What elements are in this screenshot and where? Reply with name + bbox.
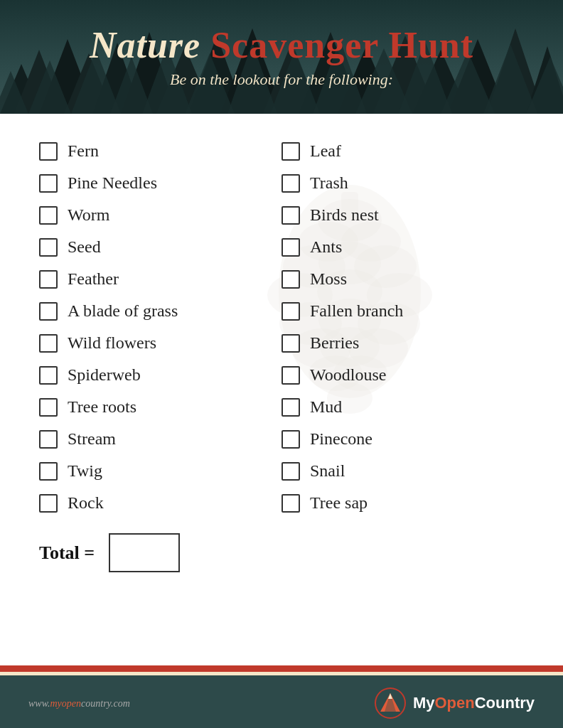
- item-label: Fern: [68, 141, 99, 161]
- brand-country: Country: [475, 694, 535, 712]
- right-column: Leaf Trash Birds nest Ants Moss Fallen b…: [282, 135, 524, 519]
- total-label: Total =: [39, 542, 95, 564]
- item-label: Wild flowers: [68, 333, 156, 353]
- brand-logo: MyOpenCountry: [375, 687, 535, 719]
- list-item: Rock: [39, 487, 282, 519]
- list-item: Spiderweb: [39, 359, 282, 391]
- header-subtitle: Be on the lookout for the following:: [90, 70, 473, 89]
- checkbox-tree-roots[interactable]: [39, 398, 58, 417]
- checkbox-fern[interactable]: [39, 142, 58, 161]
- item-label: Feather: [68, 269, 119, 289]
- footer-bar: www.myopencountry.com MyOpenCountry: [0, 678, 563, 728]
- checkbox-wild-flowers[interactable]: [39, 334, 58, 353]
- main-content: Fern Pine Needles Worm Seed Feather A bl…: [0, 114, 563, 665]
- item-label: Spiderweb: [68, 365, 141, 385]
- checkbox-pinecone[interactable]: [282, 430, 300, 449]
- list-item: Pine Needles: [39, 167, 282, 199]
- checkbox-seed[interactable]: [39, 238, 58, 257]
- list-item: Tree sap: [282, 487, 524, 519]
- checkbox-feather[interactable]: [39, 270, 58, 289]
- checkbox-birds-nest[interactable]: [282, 206, 300, 225]
- brand-icon: [375, 687, 406, 719]
- checklist-grid: Fern Pine Needles Worm Seed Feather A bl…: [39, 135, 524, 519]
- list-item: Tree roots: [39, 391, 282, 423]
- left-column: Fern Pine Needles Worm Seed Feather A bl…: [39, 135, 282, 519]
- checkbox-trash[interactable]: [282, 174, 300, 193]
- checkbox-berries[interactable]: [282, 334, 300, 353]
- list-item: Fern: [39, 135, 282, 167]
- item-label: Tree sap: [310, 493, 368, 513]
- checkbox-tree-sap[interactable]: [282, 494, 300, 513]
- list-item: Worm: [39, 199, 282, 231]
- list-item: Feather: [39, 263, 282, 295]
- checkbox-ants[interactable]: [282, 238, 300, 257]
- brand-text: MyOpenCountry: [413, 694, 535, 712]
- total-input-box[interactable]: [109, 533, 180, 572]
- title-nature: Nature: [90, 25, 200, 65]
- list-item: Wild flowers: [39, 327, 282, 359]
- list-item: Seed: [39, 231, 282, 263]
- item-label: Berries: [310, 333, 359, 353]
- item-label: Stream: [68, 429, 116, 449]
- item-label: Worm: [68, 205, 109, 225]
- checkbox-snail[interactable]: [282, 462, 300, 481]
- item-label: Ants: [310, 237, 342, 257]
- url-suffix: country.com: [81, 698, 130, 709]
- item-label: Trash: [310, 173, 348, 193]
- footer-url: www.myopencountry.com: [28, 697, 130, 710]
- list-item: Birds nest: [282, 199, 524, 231]
- title-hunt: Hunt: [388, 25, 473, 65]
- item-label: Woodlouse: [310, 365, 386, 385]
- page-title: Nature Scavenger Hunt: [90, 25, 473, 65]
- stripe-orange: [0, 665, 563, 672]
- checkbox-rock[interactable]: [39, 494, 58, 513]
- checkbox-worm[interactable]: [39, 206, 58, 225]
- checkbox-twig[interactable]: [39, 462, 58, 481]
- header: Nature Scavenger Hunt Be on the lookout …: [0, 0, 563, 114]
- checkbox-blade-of-grass[interactable]: [39, 302, 58, 321]
- stripe-teal: [0, 675, 563, 678]
- brand-my: My: [413, 694, 435, 712]
- checkbox-leaf[interactable]: [282, 142, 300, 161]
- url-prefix: www.: [28, 698, 50, 709]
- checkbox-spiderweb[interactable]: [39, 366, 58, 385]
- list-item: Leaf: [282, 135, 524, 167]
- total-section: Total =: [39, 533, 524, 572]
- list-item: Twig: [39, 455, 282, 487]
- list-item: Berries: [282, 327, 524, 359]
- list-item: Woodlouse: [282, 359, 524, 391]
- checkbox-fallen-branch[interactable]: [282, 302, 300, 321]
- item-label: Rock: [68, 493, 104, 513]
- list-item: Trash: [282, 167, 524, 199]
- item-label: Pinecone: [310, 429, 372, 449]
- checkbox-moss[interactable]: [282, 270, 300, 289]
- list-item: Moss: [282, 263, 524, 295]
- item-label: A blade of grass: [68, 301, 178, 321]
- checkbox-woodlouse[interactable]: [282, 366, 300, 385]
- list-item: A blade of grass: [39, 295, 282, 327]
- item-label: Birds nest: [310, 205, 379, 225]
- title-scavenger: Scavenger: [210, 25, 378, 65]
- checkbox-pine-needles[interactable]: [39, 174, 58, 193]
- item-label: Seed: [68, 237, 101, 257]
- url-highlight: myopen: [50, 698, 81, 709]
- item-label: Mud: [310, 397, 342, 417]
- list-item: Mud: [282, 391, 524, 423]
- brand-open: Open: [434, 694, 474, 712]
- item-label: Pine Needles: [68, 173, 157, 193]
- list-item: Fallen branch: [282, 295, 524, 327]
- item-label: Fallen branch: [310, 301, 403, 321]
- list-item: Snail: [282, 455, 524, 487]
- item-label: Snail: [310, 461, 345, 481]
- checkbox-mud[interactable]: [282, 398, 300, 417]
- list-item: Pinecone: [282, 423, 524, 455]
- checkbox-stream[interactable]: [39, 430, 58, 449]
- list-item: Ants: [282, 231, 524, 263]
- footer-stripes: [0, 665, 563, 678]
- item-label: Tree roots: [68, 397, 136, 417]
- list-item: Stream: [39, 423, 282, 455]
- item-label: Moss: [310, 269, 347, 289]
- item-label: Twig: [68, 461, 102, 481]
- item-label: Leaf: [310, 141, 341, 161]
